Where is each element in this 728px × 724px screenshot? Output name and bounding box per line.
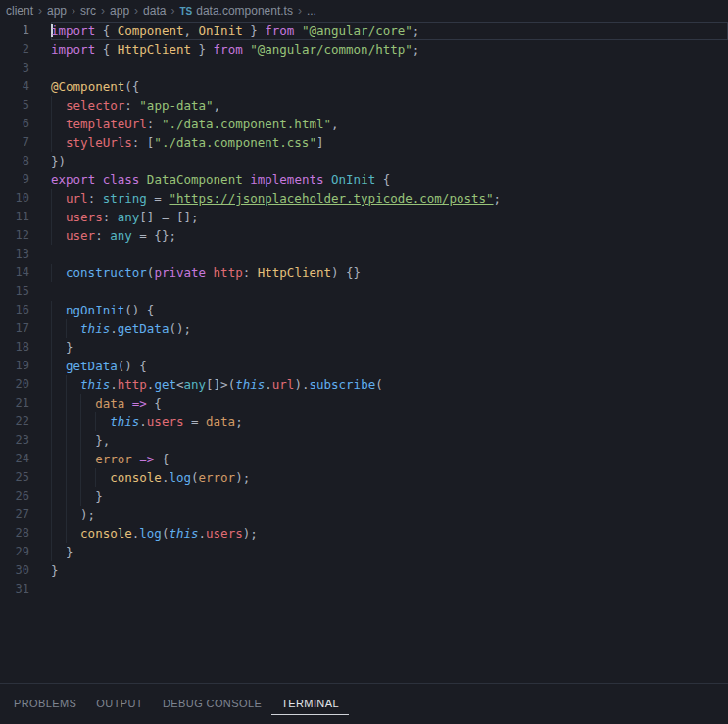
line-number[interactable]: 13 <box>0 245 29 264</box>
panel-tab-debug-console[interactable]: DEBUG CONSOLE <box>153 694 271 715</box>
code-token <box>206 265 214 280</box>
code-line[interactable]: 17this.getData(); <box>0 319 728 338</box>
code-token: users <box>66 210 103 224</box>
code-line[interactable]: 28console.log(this.users); <box>0 524 728 543</box>
code-token <box>294 24 302 38</box>
line-number[interactable]: 20 <box>0 375 29 394</box>
code-token: () { <box>124 303 154 317</box>
code-line[interactable]: 26} <box>0 487 728 506</box>
line-number[interactable]: 5 <box>0 96 29 115</box>
code-token: log <box>139 526 162 541</box>
code-line[interactable]: 7styleUrls: ["./data.component.css"] <box>0 133 728 152</box>
breadcrumb-separator: › <box>72 4 75 18</box>
code-token: { <box>154 452 169 466</box>
line-number[interactable]: 31 <box>0 580 29 599</box>
line-number[interactable]: 27 <box>0 506 29 524</box>
code-line[interactable]: 5selector: "app-data", <box>0 96 728 115</box>
code-token: DataComponent <box>147 172 243 187</box>
breadcrumb-item-app[interactable]: app <box>109 4 130 18</box>
line-number[interactable]: 30 <box>0 561 29 580</box>
code-line[interactable]: 4@Component({ <box>0 77 728 96</box>
code-line-content: templateUrl: "./data.component.html", <box>51 115 728 133</box>
panel-tab-problems[interactable]: PROBLEMS <box>4 694 86 715</box>
line-number[interactable]: 1 <box>0 22 29 40</box>
line-number[interactable]: 29 <box>0 543 29 561</box>
code-token: ); <box>80 507 95 522</box>
code-line[interactable]: 21data => { <box>0 394 728 412</box>
vscode-window: client›app›src›app›data›TSdata.component… <box>0 0 728 724</box>
line-number[interactable]: 9 <box>0 170 29 189</box>
code-line[interactable]: 24error => { <box>0 450 728 468</box>
code-line[interactable]: 14constructor(private http: HttpClient) … <box>0 264 728 282</box>
code-line[interactable]: 6templateUrl: "./data.component.html", <box>0 115 728 133</box>
code-line[interactable]: 22this.users = data; <box>0 412 728 431</box>
line-number[interactable]: 10 <box>0 189 29 208</box>
line-number[interactable]: 19 <box>0 357 29 375</box>
breadcrumb-item-client[interactable]: client <box>5 4 34 18</box>
line-number[interactable]: 23 <box>0 431 29 450</box>
line-number[interactable]: 22 <box>0 412 29 431</box>
breadcrumb-item-src[interactable]: src <box>79 4 97 18</box>
indent-guide <box>51 357 66 375</box>
line-number[interactable]: 4 <box>0 77 29 96</box>
line-number[interactable]: 28 <box>0 524 29 543</box>
line-number[interactable]: 2 <box>0 40 29 59</box>
code-editor[interactable]: 1import { Component, OnInit } from "@ang… <box>0 22 728 683</box>
code-line[interactable]: 27); <box>0 506 728 524</box>
line-number[interactable]: 7 <box>0 133 29 152</box>
code-token: ); <box>235 470 250 485</box>
code-line[interactable]: 10url: string = "https://jsonplaceholder… <box>0 189 728 208</box>
code-token: [] = []; <box>139 210 198 224</box>
code-line[interactable]: 31 <box>0 580 728 599</box>
breadcrumb-item-data[interactable]: data <box>142 4 167 18</box>
line-number[interactable]: 16 <box>0 301 29 319</box>
code-token: OnInit <box>331 172 375 187</box>
line-number[interactable]: 24 <box>0 450 29 468</box>
code-token: ); <box>243 526 258 541</box>
line-number[interactable]: 26 <box>0 487 29 506</box>
code-token <box>324 172 332 187</box>
code-line[interactable]: 15 <box>0 282 728 301</box>
code-token: styleUrls <box>66 135 132 150</box>
code-token: HttpClient <box>118 42 191 57</box>
indent-guide <box>66 375 80 394</box>
code-line[interactable]: 19getData() { <box>0 357 728 375</box>
code-line-content: import { Component, OnInit } from "@angu… <box>51 22 728 40</box>
code-line[interactable]: 16ngOnInit() { <box>0 301 728 319</box>
code-line[interactable]: 29} <box>0 543 728 561</box>
line-number[interactable]: 21 <box>0 394 29 412</box>
code-line[interactable]: 30} <box>0 561 728 580</box>
panel-tab-terminal[interactable]: TERMINAL <box>271 694 349 715</box>
line-number[interactable]: 25 <box>0 468 29 487</box>
code-line[interactable]: 1import { Component, OnInit } from "@ang… <box>0 22 728 40</box>
code-line[interactable]: 9export class DataComponent implements O… <box>0 170 728 189</box>
code-line[interactable]: 2import { HttpClient } from "@angular/co… <box>0 40 728 59</box>
code-line[interactable]: 3 <box>0 59 728 77</box>
code-line[interactable]: 13 <box>0 245 728 264</box>
line-number[interactable]: 6 <box>0 115 29 133</box>
line-number[interactable]: 17 <box>0 319 29 338</box>
line-number[interactable]: 3 <box>0 59 29 77</box>
line-number[interactable]: 14 <box>0 264 29 282</box>
indent-guide <box>51 338 66 357</box>
panel-tab-output[interactable]: OUTPUT <box>86 694 153 715</box>
breadcrumb-overflow[interactable]: ... <box>306 4 317 18</box>
code-line[interactable]: 20this.http.get<any[]>(this.url).subscri… <box>0 375 728 394</box>
line-number[interactable]: 8 <box>0 152 29 170</box>
line-number[interactable]: 12 <box>0 226 29 245</box>
breadcrumb-separator: › <box>134 4 138 18</box>
code-line[interactable]: 12user: any = {}; <box>0 226 728 245</box>
indent-guide <box>51 208 66 226</box>
code-line-content: getData() { <box>51 357 728 375</box>
line-number[interactable]: 15 <box>0 282 29 301</box>
breadcrumb-item-app[interactable]: app <box>46 4 68 18</box>
line-number[interactable]: 11 <box>0 208 29 226</box>
code-line[interactable]: 23}, <box>0 431 728 450</box>
line-number[interactable]: 18 <box>0 338 29 357</box>
code-line[interactable]: 11users: any[] = []; <box>0 208 728 226</box>
code-line[interactable]: 8}) <box>0 152 728 170</box>
breadcrumb-file[interactable]: TSdata.component.ts <box>178 4 294 18</box>
code-line[interactable]: 18} <box>0 338 728 357</box>
code-token: log <box>169 470 191 485</box>
code-line[interactable]: 25console.log(error); <box>0 468 728 487</box>
